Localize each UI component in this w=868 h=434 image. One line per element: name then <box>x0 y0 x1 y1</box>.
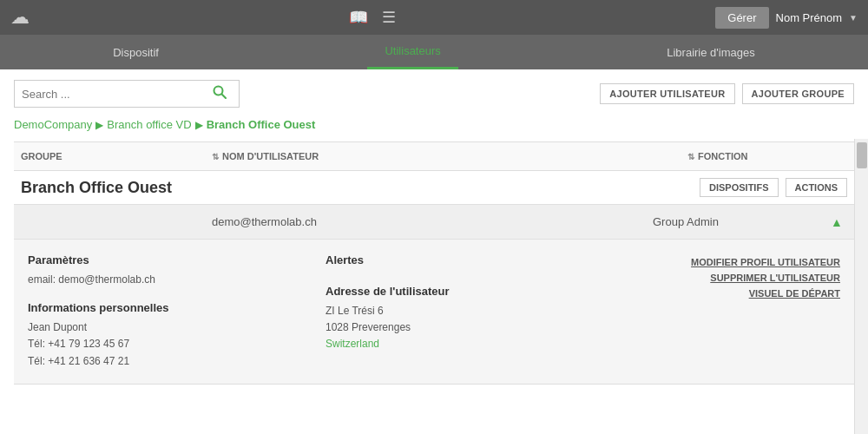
gerer-button[interactable]: Gérer <box>715 7 768 29</box>
search-input[interactable] <box>22 88 213 101</box>
content-area: AJOUTER UTILISATEUR AJOUTER GROUPE DemoC… <box>0 69 868 395</box>
action-buttons: AJOUTER UTILISATEUR AJOUTER GROUPE <box>600 83 854 104</box>
alerts-section: Alertes <box>326 253 609 266</box>
top-bar: ☁ 📖 ☰ Gérer Nom Prénom ▼ <box>0 0 868 35</box>
actions-button[interactable]: ACTIONS <box>786 178 848 197</box>
delete-user-link[interactable]: SUPPRIMER L'UTILISATEUR <box>710 273 840 283</box>
address-line1: ZI Le Trési 6 <box>326 303 609 319</box>
breadcrumb-arrow-1: ▶ <box>95 119 103 131</box>
personal-name: Jean Dupont <box>28 319 312 336</box>
user-cell-empty <box>14 219 205 226</box>
col-nom-utilisateur[interactable]: ⇅ NOM D'UTILISATEUR <box>205 148 681 165</box>
breadcrumb-arrow-2: ▶ <box>195 119 203 131</box>
address-section: Adresse de l'utilisateur ZI Le Trési 6 1… <box>326 285 609 353</box>
address-line2: 1028 Preverenges <box>326 319 609 336</box>
add-user-button[interactable]: AJOUTER UTILISATEUR <box>600 83 734 104</box>
dispositifs-button[interactable]: DISPOSITIFS <box>700 178 778 197</box>
chevron-down-icon[interactable]: ▼ <box>849 13 858 23</box>
breadcrumb-current: Branch Office Ouest <box>207 118 316 131</box>
user-email: demo@thermolab.ch <box>205 212 646 232</box>
group-row: Branch Office Ouest DISPOSITIFS ACTIONS <box>14 171 854 205</box>
table-header: GROUPE ⇅ NOM D'UTILISATEUR ⇅ FONCTION <box>14 141 854 171</box>
top-bar-right: Gérer Nom Prénom ▼ <box>715 7 858 29</box>
scrollbar[interactable]: ▼ <box>854 139 868 434</box>
user-row: demo@thermolab.ch Group Admin ▲ <box>14 205 854 240</box>
personal-title: Informations personnelles <box>28 301 312 314</box>
personal-tel2: Tél: +41 21 636 47 21 <box>28 353 312 370</box>
personal-tel1: Tél: +41 79 123 45 67 <box>28 336 312 352</box>
address-title: Adresse de l'utilisateur <box>326 285 609 298</box>
cloud-icon[interactable]: ☁ <box>10 6 30 29</box>
scroll-thumb <box>857 142 867 168</box>
user-name[interactable]: Nom Prénom <box>776 11 843 24</box>
left-sections: Paramètres email: demo@thermolab.ch Info… <box>28 253 312 370</box>
modify-profile-link[interactable]: MODIFIER PROFIL UTILISATEUR <box>691 257 840 267</box>
visuel-depart-link[interactable]: VISUEL DE DÉPART <box>749 288 840 299</box>
expand-button[interactable]: ▲ <box>819 215 854 229</box>
expanded-panel: Paramètres email: demo@thermolab.ch Info… <box>14 240 854 385</box>
params-section: Paramètres email: demo@thermolab.ch <box>28 253 312 288</box>
sort-icon-username: ⇅ <box>212 152 219 161</box>
params-title: Paramètres <box>28 253 312 266</box>
search-bar: AJOUTER UTILISATEUR AJOUTER GROUPE <box>14 80 854 108</box>
alerts-title: Alertes <box>326 253 609 266</box>
search-icon <box>213 85 227 99</box>
nav-librairie[interactable]: Librairie d'images <box>649 35 772 69</box>
book-icon[interactable]: 📖 <box>349 8 368 27</box>
col-fonction[interactable]: ⇅ FONCTION <box>681 148 854 165</box>
col-groupe: GROUPE <box>14 148 205 165</box>
main-content: AJOUTER UTILISATEUR AJOUTER GROUPE DemoC… <box>0 69 868 434</box>
breadcrumb: DemoCompany ▶ Branch office VD ▶ Branch … <box>14 118 854 131</box>
address-line3: Switzerland <box>326 336 609 352</box>
search-input-wrap <box>14 80 240 108</box>
breadcrumb-branch[interactable]: Branch office VD <box>107 118 191 131</box>
svg-line-1 <box>222 95 227 99</box>
nav-utilisateurs[interactable]: Utilisateurs <box>367 35 457 69</box>
group-name: Branch Office Ouest <box>21 179 700 197</box>
top-bar-center: 📖 ☰ <box>349 8 396 27</box>
add-group-button[interactable]: AJOUTER GROUPE <box>742 83 855 104</box>
sort-icon-function: ⇅ <box>687 152 694 161</box>
right-sections: Alertes Adresse de l'utilisateur ZI Le T… <box>326 253 609 370</box>
personal-section: Informations personnelles Jean Dupont Té… <box>28 301 312 370</box>
secondary-nav: Dispositif Utilisateurs Librairie d'imag… <box>0 35 868 69</box>
top-bar-left: ☁ <box>10 6 30 29</box>
nav-dispositif[interactable]: Dispositif <box>95 35 176 69</box>
panel-actions: MODIFIER PROFIL UTILISATEUR SUPPRIMER L'… <box>623 253 840 370</box>
search-button[interactable] <box>213 85 227 102</box>
breadcrumb-company[interactable]: DemoCompany <box>14 118 92 131</box>
user-function: Group Admin <box>646 212 819 232</box>
list-icon[interactable]: ☰ <box>382 8 396 27</box>
params-email: email: demo@thermolab.ch <box>28 272 312 288</box>
group-buttons: DISPOSITIFS ACTIONS <box>700 178 847 197</box>
